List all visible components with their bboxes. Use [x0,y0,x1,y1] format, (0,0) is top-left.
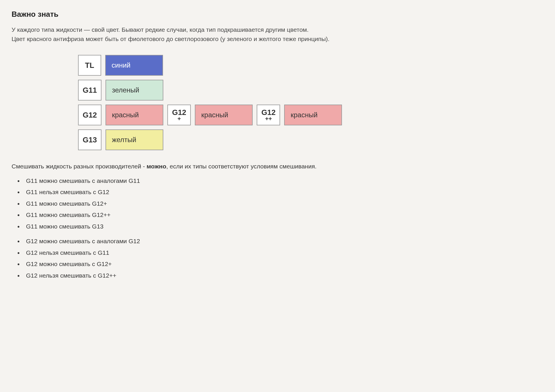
rule-item: G12 нельзя смешивать с G12++ [23,271,543,280]
type-code-box: G12+ [167,105,191,125]
intro-line-2: Цвет красного антифриза может быть от фи… [12,34,543,44]
chart-row: G11зеленый [78,80,543,101]
type-code-box: G13 [78,129,101,150]
type-code: G12 [83,111,97,119]
intro-line-1: У каждого типа жидкости — свой цвет. Быв… [12,25,543,34]
type-code: G12 [172,109,186,116]
rule-item: G11 можно смешивать G12+ [23,199,543,208]
intro-text: У каждого типа жидкости — свой цвет. Быв… [12,25,543,43]
type-code: G12 [261,109,275,116]
color-swatch: красный [195,105,253,125]
mixing-intro: Смешивать жидкость разных производителей… [12,162,543,171]
rule-item: G12 можно смешивать с аналогами G12 [23,237,543,246]
rule-item: G11 можно смешивать с аналогами G11 [23,176,543,185]
type-code-box: G12 [78,105,101,125]
type-code-suffix: + [177,116,181,121]
color-swatch: красный [106,105,163,125]
rule-item: G11 можно смешивать G12++ [23,210,543,220]
type-code: TL [85,62,94,69]
rule-item: G12 можно смешивать с G12+ [23,259,543,269]
color-swatch: синий [105,55,163,76]
rule-item: G11 нельзя смешивать с G12 [23,187,543,197]
rule-item: G11 можно смешивать G13 [23,222,543,231]
mixing-prefix: Смешивать жидкость разных производителей… [12,163,147,170]
color-swatch: красный [284,105,342,125]
rules-list-g12: G12 можно смешивать с аналогами G12G12 н… [12,237,543,280]
type-code-box: TL [78,55,101,76]
rules-list-g11: G11 можно смешивать с аналогами G11G11 н… [12,176,543,231]
type-code: G13 [83,136,97,144]
color-swatch: желтый [106,129,163,150]
mixing-suffix: , если их типы соответствуют условиям см… [166,163,317,170]
type-code-box: G12++ [257,105,280,125]
color-type-chart: TLсинийG11зеленыйG12красныйG12+красныйG1… [78,55,543,150]
rule-item: G12 нельзя смешивать с G11 [23,248,543,257]
mixing-bold: можно [147,163,166,170]
type-code-suffix: ++ [265,116,272,121]
type-code-box: G11 [78,80,101,101]
section-heading: Важно знать [12,9,543,20]
color-swatch: зеленый [106,80,163,101]
chart-row: TLсиний [78,55,543,76]
type-code: G11 [83,86,97,94]
chart-row: G13желтый [78,129,543,150]
chart-row: G12красныйG12+красныйG12++красный [78,105,543,125]
